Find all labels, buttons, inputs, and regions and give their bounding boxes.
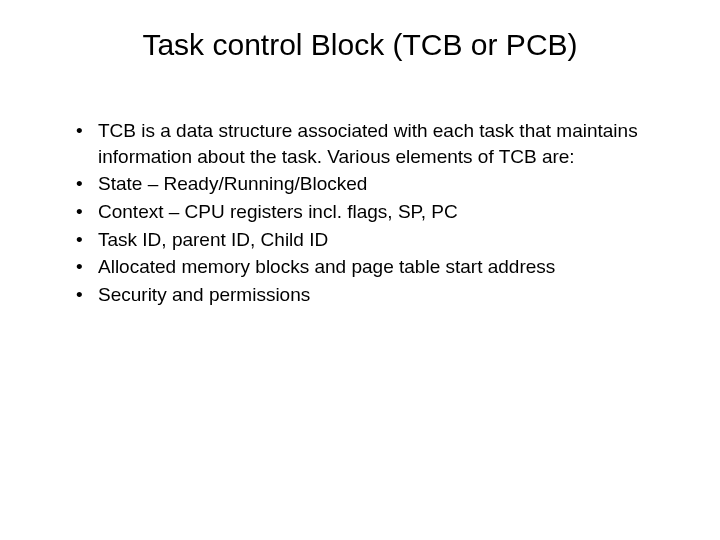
list-item: Allocated memory blocks and page table s…: [76, 254, 672, 280]
slide-title: Task control Block (TCB or PCB): [48, 28, 672, 62]
list-item: TCB is a data structure associated with …: [76, 118, 672, 169]
list-item: Task ID, parent ID, Child ID: [76, 227, 672, 253]
list-item: Context – CPU registers incl. flags, SP,…: [76, 199, 672, 225]
list-item: Security and permissions: [76, 282, 672, 308]
bullet-list: TCB is a data structure associated with …: [48, 118, 672, 307]
list-item: State – Ready/Running/Blocked: [76, 171, 672, 197]
